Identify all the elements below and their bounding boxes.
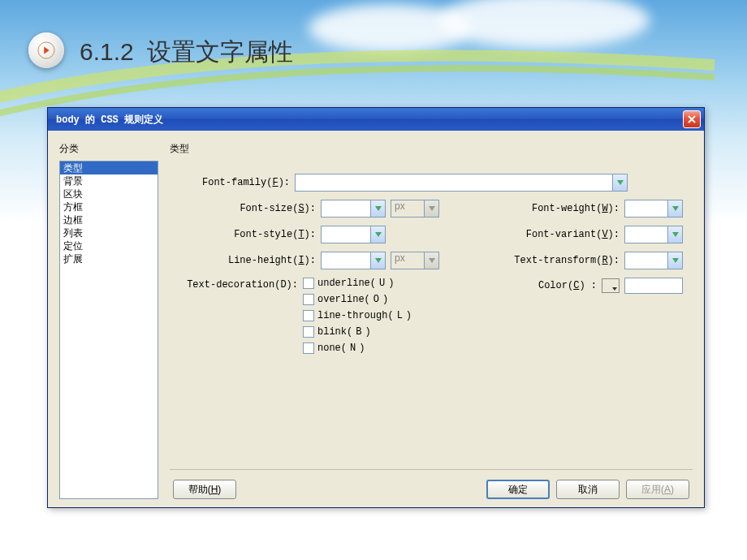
color-label: Color(C) :: [538, 280, 597, 291]
text-transform-label: Text-transform(R):: [514, 255, 620, 266]
ok-button[interactable]: 确定: [486, 480, 550, 499]
decoration-blink[interactable]: blink(B): [303, 326, 412, 338]
category-label: 分类: [59, 142, 158, 156]
decoration-underline[interactable]: underline(U): [303, 278, 412, 289]
help-button[interactable]: 帮助(H): [173, 480, 236, 499]
chevron-down-icon[interactable]: [370, 200, 385, 217]
color-picker-swatch[interactable]: [602, 278, 620, 293]
chevron-down-icon: [424, 252, 438, 269]
checkbox[interactable]: [303, 326, 314, 338]
decoration-none[interactable]: none(N): [303, 342, 412, 354]
font-weight-label: Font-weight(W):: [532, 203, 620, 214]
cloud-decoration: [438, 0, 650, 49]
chevron-down-icon[interactable]: [667, 200, 682, 217]
section-badge: [28, 32, 64, 68]
text-transform-combo[interactable]: [624, 252, 683, 269]
font-family-label: Font-family(F):: [202, 177, 290, 188]
page-title: 6.1.2 设置文字属性: [80, 36, 293, 69]
dialog-title: body 的 CSS 规则定义: [56, 113, 163, 127]
category-item-extensions[interactable]: 扩展: [60, 252, 158, 265]
font-variant-label: Font-variant(V):: [526, 229, 620, 240]
font-size-label: Font-size(S):: [240, 203, 316, 214]
category-list[interactable]: 类型 背景 区块 方框 边框 列表 定位 扩展: [59, 161, 158, 499]
category-item-list[interactable]: 列表: [60, 226, 158, 239]
line-height-label: Line-height(I):: [228, 255, 316, 266]
checkbox[interactable]: [303, 310, 314, 321]
font-variant-combo[interactable]: [624, 226, 683, 243]
category-item-border[interactable]: 边框: [60, 213, 158, 226]
chevron-down-icon[interactable]: [667, 252, 682, 269]
decoration-line-through[interactable]: line-through(L): [303, 310, 412, 321]
font-family-combo[interactable]: [295, 174, 628, 192]
checkbox[interactable]: [303, 278, 314, 289]
font-style-combo[interactable]: [321, 226, 386, 243]
category-item-block[interactable]: 区块: [60, 187, 158, 200]
text-decoration-label: Text-decoration(D):: [179, 278, 303, 291]
category-item-type[interactable]: 类型: [60, 162, 158, 174]
chevron-down-icon[interactable]: [667, 226, 682, 243]
chevron-down-icon[interactable]: [370, 226, 385, 243]
checkbox[interactable]: [303, 342, 314, 354]
cancel-button[interactable]: 取消: [556, 480, 620, 499]
line-height-combo[interactable]: [321, 252, 386, 269]
font-size-combo[interactable]: [321, 200, 386, 218]
line-height-unit-combo: px: [391, 252, 439, 269]
chevron-down-icon[interactable]: [370, 252, 385, 269]
section-label: 类型: [170, 142, 693, 156]
checkbox[interactable]: [303, 294, 314, 305]
apply-button: 应用(A): [626, 480, 689, 499]
font-weight-combo[interactable]: [624, 200, 683, 218]
category-item-positioning[interactable]: 定位: [60, 239, 158, 252]
css-rule-dialog: body 的 CSS 规则定义 分类 类型 背景 区块 方框 边框 列表 定位 …: [47, 107, 705, 508]
font-style-label: Font-style(T):: [234, 229, 316, 240]
decoration-overline[interactable]: overline(O): [303, 294, 412, 305]
close-button[interactable]: [683, 110, 701, 128]
chevron-down-icon: [424, 200, 438, 217]
color-input[interactable]: [624, 278, 683, 294]
dialog-titlebar[interactable]: body 的 CSS 规则定义: [48, 108, 704, 131]
font-size-unit-combo: px: [391, 200, 439, 218]
category-item-background[interactable]: 背景: [60, 174, 158, 187]
chevron-down-icon[interactable]: [612, 174, 627, 191]
category-item-box[interactable]: 方框: [60, 200, 158, 213]
